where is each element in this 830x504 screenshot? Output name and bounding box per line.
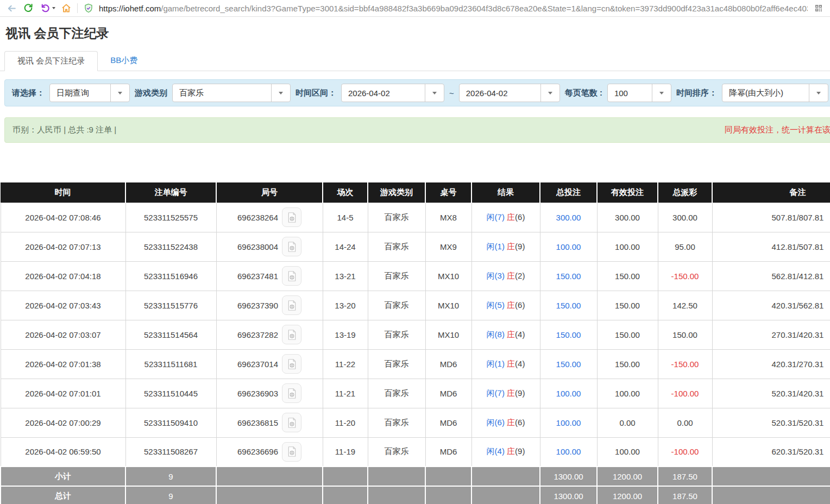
game-type-select[interactable]: 百家乐 <box>172 84 291 102</box>
table-number-cell: MX8 <box>425 203 471 232</box>
payout-cell: 142.50 <box>658 291 712 320</box>
video-replay-button[interactable] <box>282 207 301 227</box>
address-bar[interactable]: https://iohetf.com/game/betrecord_search… <box>83 2 808 14</box>
valid-bet-cell: 0.00 <box>597 408 658 437</box>
total-bet-link[interactable]: 100.00 <box>556 242 581 251</box>
game-type-cell: 百家乐 <box>368 320 425 349</box>
total-bet-link[interactable]: 100.00 <box>556 418 581 427</box>
total-bet-link[interactable]: 150.00 <box>556 272 581 281</box>
note-cell: 420.31/270.31 <box>712 349 830 379</box>
result-banker: 庄 <box>507 242 515 251</box>
time-cell: 2026-04-02 07:01:38 <box>1 349 125 379</box>
per-page-label: 每页笔数 : <box>565 88 602 98</box>
tab-bar: 视讯 会员下注纪录 BB小费 <box>0 51 830 71</box>
round-number: 696237014 <box>237 360 278 369</box>
total-bet-link[interactable]: 150.00 <box>556 330 581 339</box>
video-replay-button[interactable] <box>282 413 301 432</box>
column-header: 结果 <box>471 182 540 203</box>
table-row: 2026-04-02 07:01:01 523311510445 6962369… <box>1 379 830 408</box>
qr-code-icon[interactable] <box>813 2 825 14</box>
video-replay-button[interactable] <box>282 237 301 256</box>
total-bet-link[interactable]: 100.00 <box>556 447 581 456</box>
total-bet-link[interactable]: 100.00 <box>556 389 581 398</box>
result-cell: 闲(7) 庄(6) <box>471 203 540 232</box>
round-cell: 696238264 <box>216 203 323 232</box>
valid-bet-cell: 100.00 <box>597 232 658 261</box>
url-path: /game/betrecord_search/kind3?GameType=30… <box>161 4 808 13</box>
back-icon[interactable] <box>5 2 17 14</box>
date-to-select[interactable]: 2026-04-02 <box>459 84 560 102</box>
undo-icon[interactable] <box>39 2 51 14</box>
bet-number-cell: 523311525575 <box>125 203 216 232</box>
security-shield-icon[interactable] <box>83 2 95 14</box>
total-bet-cell: 150.00 <box>540 291 597 320</box>
bet-number-cell: 523311522438 <box>125 232 216 261</box>
result-player: 闲(3) <box>487 271 505 280</box>
round-cell: 696237481 <box>216 261 323 291</box>
refresh-icon[interactable] <box>22 2 34 14</box>
round-cell: 696237282 <box>216 320 323 349</box>
payout-cell: 300.00 <box>658 203 712 232</box>
footer-empty-cell <box>368 467 425 486</box>
chevron-down-icon <box>540 84 559 102</box>
time-cell: 2026-04-02 07:07:13 <box>1 232 125 261</box>
note-cell: 562.81/412.81 <box>712 261 830 291</box>
result-cell: 闲(5) 庄(6) <box>471 291 540 320</box>
url-text[interactable]: https://iohetf.com/game/betrecord_search… <box>99 4 808 13</box>
time-range-label: 时间区间： <box>295 88 336 98</box>
round-cell: 696236903 <box>216 379 323 408</box>
undo-control[interactable] <box>39 2 55 14</box>
table-body: 2026-04-02 07:08:46 523311525575 6962382… <box>1 203 830 467</box>
round-number: 696237390 <box>237 301 278 310</box>
payout-cell: 95.00 <box>658 232 712 261</box>
footer-total-bet-cell: 1300.00 <box>540 467 597 486</box>
round-number: 696237282 <box>237 330 278 339</box>
total-bet-cell: 100.00 <box>540 437 597 467</box>
result-cell: 闲(7) 庄(9) <box>471 379 540 408</box>
per-page-select[interactable]: 100 <box>607 84 671 102</box>
sort-select[interactable]: 降幂(由大到小) <box>722 84 828 102</box>
query-type-select[interactable]: 日期查询 <box>49 84 130 102</box>
valid-bet-cell: 150.00 <box>597 261 658 291</box>
sort-value: 降幂(由大到小) <box>722 84 809 102</box>
footer-row: 总计 9 1300.00 1200.00 187.50 <box>1 486 830 504</box>
game-type-cell: 百家乐 <box>368 379 425 408</box>
table-row: 2026-04-02 07:00:29 523311509410 6962368… <box>1 408 830 437</box>
footer-count-cell: 9 <box>125 486 216 504</box>
undo-dropdown-caret[interactable] <box>52 7 55 9</box>
video-replay-button[interactable] <box>282 325 301 344</box>
result-player: 闲(1) <box>487 359 505 368</box>
chevron-down-icon <box>809 84 828 102</box>
home-icon[interactable] <box>60 2 72 14</box>
video-replay-button[interactable] <box>282 266 301 286</box>
video-replay-button[interactable] <box>282 354 301 374</box>
total-bet-link[interactable]: 300.00 <box>556 213 581 222</box>
valid-bet-cell: 150.00 <box>597 320 658 349</box>
total-bet-cell: 150.00 <box>540 349 597 379</box>
tab-bet-records[interactable]: 视讯 会员下注纪录 <box>4 51 98 71</box>
video-replay-button[interactable] <box>282 295 301 315</box>
chevron-down-icon <box>425 84 444 102</box>
total-bet-cell: 100.00 <box>540 232 597 261</box>
table-row: 2026-04-02 07:03:43 523311515776 6962373… <box>1 291 830 320</box>
video-replay-button[interactable] <box>282 383 301 403</box>
round-number: 696236903 <box>237 389 278 398</box>
url-domain: https://iohetf.com <box>99 4 161 13</box>
result-cell: 闲(6) 庄(6) <box>471 408 540 437</box>
footer-empty-cell <box>323 486 368 504</box>
tab-bb-tips[interactable]: BB小费 <box>98 51 150 71</box>
table-number-cell: MD6 <box>425 437 471 467</box>
valid-bet-cell: 150.00 <box>597 349 658 379</box>
time-cell: 2026-04-02 06:59:50 <box>1 437 125 467</box>
footer-payout-cell: 187.50 <box>658 486 712 504</box>
result-banker-num: (9) <box>515 446 525 456</box>
video-replay-button[interactable] <box>282 442 301 462</box>
column-header: 备注 <box>712 182 830 203</box>
chevron-down-icon <box>271 84 290 102</box>
game-type-cell: 百家乐 <box>368 291 425 320</box>
round-cell: 696238004 <box>216 232 323 261</box>
total-bet-link[interactable]: 150.00 <box>556 301 581 310</box>
session-cell: 14-5 <box>323 203 368 232</box>
total-bet-link[interactable]: 150.00 <box>556 360 581 369</box>
date-from-select[interactable]: 2026-04-02 <box>341 84 444 102</box>
